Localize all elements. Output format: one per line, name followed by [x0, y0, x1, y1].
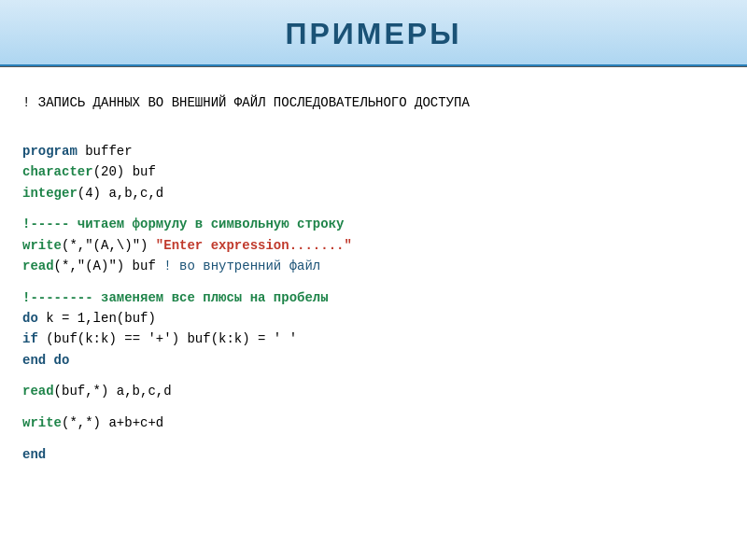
- code-line: !----- читаем формулу в символьную строк…: [22, 214, 725, 234]
- header-divider: [0, 66, 747, 67]
- code-line: [22, 433, 725, 443]
- page-title: ПРИМЕРЫ: [0, 17, 747, 51]
- code-line: [22, 371, 725, 381]
- code-content: ! ЗАПИСЬ ДАННЫХ ВО ВНЕШНИЙ ФАЙЛ ПОСЛЕДОВ…: [0, 77, 747, 474]
- code-line: if (buf(k:k) == '+') buf(k:k) = ' ': [22, 329, 725, 349]
- page-header: ПРИМЕРЫ: [0, 0, 747, 66]
- code-line: integer(4) a,b,c,d: [22, 183, 725, 203]
- code-line: end do: [22, 350, 725, 371]
- code-line: [22, 203, 725, 214]
- code-line: end: [22, 444, 725, 465]
- top-comment: ! ЗАПИСЬ ДАННЫХ ВО ВНЕШНИЙ ФАЙЛ ПОСЛЕДОВ…: [22, 93, 725, 114]
- code-line: read(*,"(A)") buf ! во внутренний файл: [22, 256, 725, 276]
- code-line: do k = 1,len(buf): [22, 308, 725, 329]
- code-line: write(*,"(A,\)") "Enter expression......…: [22, 235, 725, 256]
- code-line: [22, 276, 725, 287]
- code-line: character(20) buf: [22, 161, 725, 182]
- code-line: !-------- заменяем все плюсы на пробелы: [22, 287, 725, 308]
- code-line: write(*,*) a+b+c+d: [22, 413, 725, 433]
- code-line: read(buf,*) a,b,c,d: [22, 381, 725, 401]
- code-block: program buffer character(20) buf integer…: [22, 131, 725, 465]
- code-line: [22, 402, 725, 413]
- code-line: program buffer: [22, 141, 725, 161]
- code-line: [22, 131, 725, 141]
